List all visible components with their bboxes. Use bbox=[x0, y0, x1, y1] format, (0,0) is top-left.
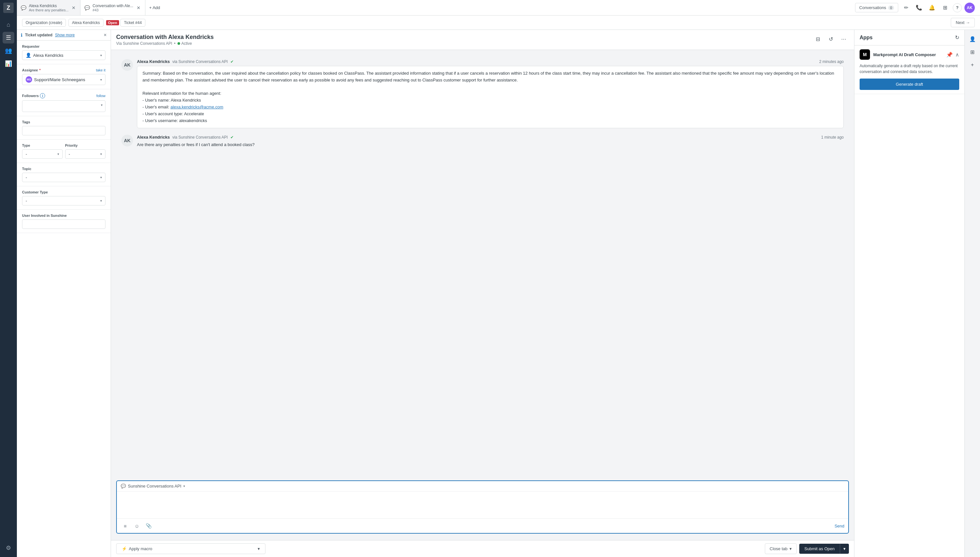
plus-icon[interactable]: + bbox=[967, 60, 978, 70]
messages-container: AK Alexa Kendricks via Sunshine Conversa… bbox=[111, 50, 854, 540]
sidebar-item-home[interactable]: ⌂ bbox=[3, 19, 14, 31]
refresh-icon[interactable]: ↻ bbox=[955, 34, 959, 41]
compose-area: 💬 Sunshine Conversations API ▾ ≡ ☺ 📎 Sen… bbox=[116, 480, 849, 534]
app-name: Markprompt AI Draft Composer bbox=[873, 52, 943, 57]
follow-link[interactable]: follow bbox=[96, 94, 106, 98]
messages-area: AK Alexa Kendricks via Sunshine Conversa… bbox=[116, 54, 849, 478]
phone-icon[interactable]: 📞 bbox=[914, 3, 924, 13]
assignee-label: Assignee* take it bbox=[22, 68, 106, 72]
compose-input[interactable] bbox=[117, 492, 848, 517]
close-tab-label: Close tab bbox=[770, 546, 788, 551]
app-card-header: M Markprompt AI Draft Composer 📌 ∧ bbox=[860, 49, 959, 60]
help-icon[interactable]: ? bbox=[953, 3, 962, 12]
priority-value: - bbox=[69, 151, 70, 156]
format-icon[interactable]: ≡ bbox=[121, 521, 130, 530]
attach-icon[interactable]: 📎 bbox=[144, 521, 153, 530]
tab-add-button[interactable]: + Add bbox=[145, 0, 164, 15]
apply-macro-button[interactable]: ⚡ Apply macro ▾ bbox=[116, 543, 265, 554]
message-2-via: via Sunshine Conversations API bbox=[172, 135, 228, 140]
sidebar-item-reports[interactable]: 📊 bbox=[3, 58, 14, 70]
followers-box[interactable]: ▾ bbox=[22, 100, 106, 112]
requester-select[interactable]: 👤 Alexa Kendricks ▾ bbox=[22, 50, 106, 60]
sidebar-item-views[interactable]: ☰ bbox=[3, 32, 14, 44]
emoji-icon[interactable]: ☺ bbox=[132, 521, 141, 530]
type-label: Type bbox=[22, 143, 63, 147]
breadcrumb-org[interactable]: Organization (create) bbox=[22, 19, 66, 27]
show-more-link[interactable]: Show more bbox=[55, 33, 75, 37]
tab-1-close[interactable]: ✕ bbox=[71, 5, 76, 11]
apps-panel-title: Apps bbox=[860, 35, 873, 41]
filter-icon[interactable]: ⊟ bbox=[813, 34, 823, 44]
breadcrumb-user[interactable]: Alexa Kendricks bbox=[68, 19, 104, 27]
type-select[interactable]: - ▾ bbox=[22, 149, 63, 159]
tags-label: Tags bbox=[22, 120, 106, 124]
user-involved-input[interactable] bbox=[22, 220, 106, 229]
compose-icon[interactable]: ✏ bbox=[901, 3, 911, 13]
message-1-verified-icon: ✔ bbox=[231, 59, 234, 64]
tab-1[interactable]: 💬 Alexa Kendricks Are there any penaltie… bbox=[17, 0, 80, 15]
assignee-value: Support/Marie Schneegans bbox=[34, 77, 85, 82]
compose-toolbar: 💬 Sunshine Conversations API ▾ bbox=[117, 481, 848, 492]
channel-selector[interactable]: 💬 Sunshine Conversations API ▾ bbox=[121, 484, 185, 489]
generate-draft-button[interactable]: Generate draft bbox=[860, 78, 959, 90]
close-tab-button[interactable]: Close tab ▾ bbox=[765, 543, 796, 554]
followers-chevron: ▾ bbox=[24, 102, 104, 108]
assignee-section: Assignee* take it MS Support/Marie Schne… bbox=[17, 64, 111, 89]
tab-2-close[interactable]: ✕ bbox=[136, 5, 141, 11]
type-priority-section: Type - ▾ Priority - ▾ bbox=[17, 140, 111, 163]
customer-type-section: Customer Type - ▾ bbox=[17, 186, 111, 210]
tab-1-label: Alexa Kendricks bbox=[29, 3, 68, 8]
channel-chevron-icon: ▾ bbox=[184, 484, 185, 488]
collapse-icon[interactable]: ∧ bbox=[956, 52, 959, 58]
conversation-title-area: Conversation with Alexa Kendricks Via Su… bbox=[116, 34, 213, 46]
tab-2-label: Conversation with Ale... bbox=[93, 3, 133, 8]
history-icon[interactable]: ↺ bbox=[826, 34, 836, 44]
status-label: Active bbox=[181, 41, 192, 46]
customer-type-label: Customer Type bbox=[22, 190, 106, 194]
take-it-link[interactable]: take it bbox=[96, 68, 106, 72]
sidebar-item-customers[interactable]: 👥 bbox=[3, 45, 14, 57]
notification-close[interactable]: ✕ bbox=[104, 33, 107, 37]
tags-section: Tags bbox=[17, 116, 111, 140]
topic-select[interactable]: - ▾ bbox=[22, 173, 106, 182]
conversations-badge: 0 bbox=[888, 5, 894, 10]
tags-input[interactable] bbox=[22, 126, 106, 135]
compose-channel-label: Sunshine Conversations API bbox=[128, 484, 181, 489]
message-2-avatar: AK bbox=[121, 135, 133, 147]
submit-main-button[interactable]: Submit as Open bbox=[799, 544, 840, 554]
priority-select[interactable]: - ▾ bbox=[65, 149, 106, 159]
more-options-icon[interactable]: ⋯ bbox=[839, 34, 849, 44]
message-1-text: Summary: Based on the conversation, the … bbox=[143, 70, 838, 124]
next-arrow-icon: → bbox=[966, 20, 970, 25]
conversations-button[interactable]: Conversations 0 bbox=[855, 3, 898, 12]
apps-icon[interactable]: ⊞ bbox=[940, 3, 950, 13]
assignee-select[interactable]: MS Support/Marie Schneegans ▾ bbox=[22, 74, 106, 85]
user-involved-label: User Involved in Sunshine bbox=[22, 213, 106, 217]
user-avatar[interactable]: AK bbox=[964, 3, 975, 13]
user-profile-icon[interactable]: 👤 bbox=[967, 34, 978, 44]
user-email-link[interactable]: alexa.kendricks@acme.com bbox=[171, 104, 223, 109]
notifications-icon[interactable]: 🔔 bbox=[927, 3, 937, 13]
sidebar-item-settings[interactable]: ⚙ bbox=[3, 542, 14, 554]
tab-2[interactable]: 💬 Conversation with Ale... #43 ✕ bbox=[80, 0, 145, 15]
message-1: AK Alexa Kendricks via Sunshine Conversa… bbox=[121, 59, 844, 128]
submit-dropdown-button[interactable]: ▾ bbox=[840, 544, 849, 554]
open-badge: Open bbox=[106, 20, 119, 25]
svg-text:Z: Z bbox=[7, 5, 10, 11]
customer-type-select[interactable]: - ▾ bbox=[22, 196, 106, 205]
pin-icon[interactable]: 📌 bbox=[946, 52, 953, 58]
tab-1-content: Alexa Kendricks Are there any penalties.… bbox=[29, 3, 68, 12]
requester-label: Requester bbox=[22, 44, 106, 48]
apps-panel: Apps ↻ M Markprompt AI Draft Composer 📌 … bbox=[854, 30, 964, 557]
apply-macro-label: Apply macro bbox=[129, 546, 152, 551]
app-icon-markprompt: M bbox=[860, 49, 870, 60]
topic-chevron: ▾ bbox=[100, 176, 102, 179]
ticket-badge: Ticket #44 bbox=[120, 19, 145, 27]
next-label: Next bbox=[956, 20, 964, 25]
next-button[interactable]: Next → bbox=[951, 18, 975, 27]
grid-apps-icon[interactable]: ⊞ bbox=[967, 47, 978, 57]
send-button[interactable]: Send bbox=[835, 524, 844, 528]
info-icon: ℹ bbox=[21, 33, 23, 37]
priority-label: Priority bbox=[65, 143, 106, 147]
customer-type-value: - bbox=[26, 198, 27, 203]
